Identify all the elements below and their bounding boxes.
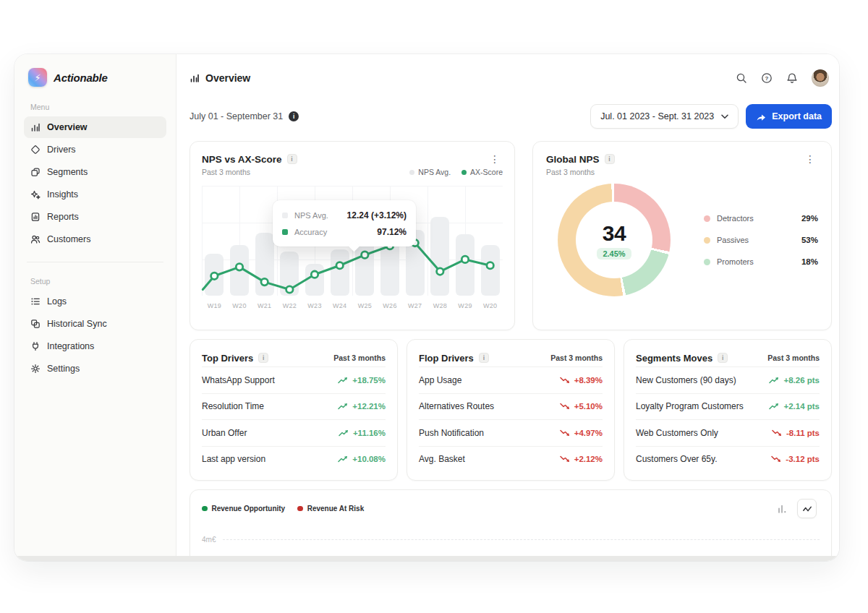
line-marker <box>286 286 293 293</box>
card-period: Past 3 months <box>333 353 386 362</box>
driver-label: Urban Offer <box>202 428 247 438</box>
topbar: Overview ? <box>190 69 832 87</box>
info-badge-icon[interactable]: i <box>287 154 297 164</box>
search-icon[interactable] <box>736 72 747 84</box>
help-icon[interactable]: ? <box>761 72 773 84</box>
sidebar-item-settings[interactable]: Settings <box>24 358 166 380</box>
driver-value: -3.12 pts <box>771 455 820 463</box>
line-marker <box>437 268 443 275</box>
report-icon <box>30 212 41 222</box>
card-period: Past 3 months <box>767 353 820 362</box>
chart-legend: NPS Avg. AX-Score <box>409 168 503 176</box>
sidebar-item-customers[interactable]: Customers <box>24 228 166 250</box>
info-icon[interactable]: i <box>289 111 299 121</box>
nps-score: 34 <box>603 221 626 246</box>
sidebar-item-integrations[interactable]: Integrations <box>24 335 166 357</box>
legend-item-promoters: Promoters18% <box>704 257 818 266</box>
plug-icon <box>30 341 41 351</box>
setup-section-label: Setup <box>30 277 166 286</box>
driver-label: Push Notification <box>419 428 484 438</box>
export-data-button[interactable]: Export data <box>746 104 832 129</box>
line-chart-type-icon[interactable] <box>797 499 817 518</box>
driver-label: Loyalty Program Customers <box>636 401 744 411</box>
legend-item-detractors: Detractors29% <box>704 214 818 223</box>
driver-value: +2.12% <box>560 455 603 463</box>
filter-row: July 01 - September 31 i Jul. 01 2023 - … <box>190 104 832 129</box>
nps-donut-chart[interactable]: 34 2.45% <box>558 184 671 296</box>
driver-row: Resolution Time+12.21% <box>202 393 386 420</box>
trend-up-icon <box>769 377 779 384</box>
sidebar-item-reports[interactable]: Reports <box>24 206 166 228</box>
line-marker <box>261 278 268 285</box>
driver-value: -8.11 pts <box>772 429 820 437</box>
date-range-dropdown[interactable]: Jul. 01 2023 - Sept. 31 2023 <box>590 104 739 129</box>
donut-legend: Detractors29% Passives53% Promoters18% <box>704 214 818 266</box>
card-subtitle: Past 3 months <box>546 168 595 176</box>
trend-down-icon <box>772 429 782 437</box>
driver-label: Resolution Time <box>202 401 264 411</box>
kebab-menu-icon[interactable]: ⋮ <box>487 153 503 166</box>
bar-chart-type-icon[interactable] <box>777 504 788 514</box>
tooltip-marker <box>282 229 288 235</box>
trend-up-icon <box>338 403 348 410</box>
sidebar-item-drivers[interactable]: Drivers <box>24 139 166 160</box>
sidebar-item-historical-sync[interactable]: Historical Sync <box>24 313 166 335</box>
kebab-menu-icon[interactable]: ⋮ <box>802 153 818 166</box>
app-window: ⚡ Actionable Menu Overview Drivers Segme… <box>14 54 839 561</box>
info-badge-icon[interactable]: i <box>479 353 489 363</box>
y-axis-gridline: 4m€ <box>202 536 820 544</box>
bell-icon[interactable] <box>786 72 798 84</box>
topbar-icons: ? <box>736 69 832 87</box>
driver-row: App Usage+8.39% <box>419 366 603 393</box>
sidebar-item-segments[interactable]: Segments <box>24 161 166 183</box>
share-arrow-icon <box>756 112 766 121</box>
driver-label: Customers Over 65y. <box>636 454 717 464</box>
legend-item-revenue-opportunity[interactable]: Revenue Opportunity <box>202 505 285 513</box>
card-title: NPS vs AX-Score i <box>202 154 297 165</box>
nps-delta-badge: 2.45% <box>597 248 631 260</box>
driver-label: Alternatives Routes <box>419 401 494 411</box>
driver-row: Push Notification+4.97% <box>419 419 603 446</box>
nps-chart-plot[interactable]: NPS Avg. 12.24 (+3.12%) Accuracy 97.12% <box>202 186 503 296</box>
line-marker <box>362 252 368 258</box>
list-icon <box>30 296 41 306</box>
sidebar-item-logs[interactable]: Logs <box>24 291 166 312</box>
sidebar-item-overview[interactable]: Overview <box>24 116 166 138</box>
page-title: Overview <box>190 72 250 84</box>
chevron-down-icon <box>721 114 728 119</box>
sidebar-item-insights[interactable]: Insights <box>24 184 166 205</box>
avatar[interactable] <box>812 69 829 87</box>
driver-value: +5.10% <box>560 402 603 411</box>
date-range-label: July 01 - September 31 i <box>190 111 299 121</box>
trend-up-icon <box>338 455 348 463</box>
legend-item-nps-avg[interactable]: NPS Avg. <box>409 168 451 176</box>
menu-section-label: Menu <box>30 103 166 111</box>
bar-chart-icon <box>190 73 200 83</box>
driver-value: +2.14 pts <box>769 402 820 411</box>
svg-text:?: ? <box>765 75 769 82</box>
driver-row: Alternatives Routes+5.10% <box>419 393 603 420</box>
trend-down-icon <box>560 429 570 437</box>
legend-item-revenue-at-risk[interactable]: Revenue At Risk <box>297 505 364 513</box>
info-badge-icon[interactable]: i <box>605 154 615 164</box>
brand-name: Actionable <box>54 72 108 84</box>
donut-center: 34 2.45% <box>558 184 671 296</box>
driver-value: +18.75% <box>338 376 386 385</box>
bar-chart-icon <box>30 122 41 132</box>
drivers-row: Top Driversi Past 3 months WhatsApp Supp… <box>190 339 832 481</box>
driver-row: Customers Over 65y.-3.12 pts <box>636 446 820 473</box>
info-badge-icon[interactable]: i <box>718 353 728 363</box>
driver-row: Avg. Basket+2.12% <box>419 446 603 473</box>
card-title: Top Driversi <box>202 353 268 364</box>
flop-drivers-card: Flop Driversi Past 3 months App Usage+8.… <box>407 339 615 481</box>
revenue-forecast-card: Revenue Opportunity Revenue At Risk 4m€ <box>190 489 832 561</box>
card-period: Past 3 months <box>550 353 603 362</box>
info-badge-icon[interactable]: i <box>258 353 268 363</box>
charts-row: NPS vs AX-Score i ⋮ Past 3 months NPS Av… <box>190 141 832 330</box>
legend-item-ax-score[interactable]: AX-Score <box>461 168 503 176</box>
gear-icon <box>30 364 41 374</box>
line-marker <box>461 256 468 262</box>
sidebar-divider <box>27 262 163 262</box>
line-marker <box>487 262 493 269</box>
driver-row: Loyalty Program Customers+2.14 pts <box>636 393 820 420</box>
